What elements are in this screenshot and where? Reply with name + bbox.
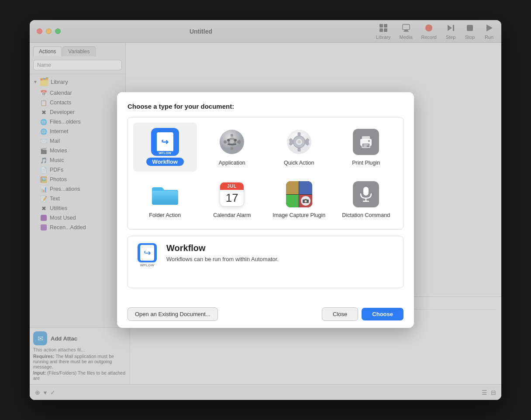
cal-month: JUL — [220, 182, 244, 190]
application-label: Application — [219, 159, 245, 166]
description-icon-area: ↪ WFLOW — [135, 243, 159, 271]
svg-point-23 — [227, 139, 230, 141]
type-grid: ↪ WFLOW Workflow — [128, 117, 403, 230]
svg-point-45 — [304, 200, 307, 203]
modal-overlay: Choose a type for your document: ↪ — [30, 20, 501, 400]
svg-rect-25 — [228, 144, 236, 145]
svg-rect-44 — [152, 191, 178, 205]
type-item-dictation-command[interactable]: Dictation Command — [334, 175, 398, 224]
type-item-quick-action[interactable]: Quick Action — [267, 123, 331, 172]
workflow-selected-badge: Workflow — [146, 158, 184, 166]
workflow-type-icon: ↪ WFLOW — [151, 128, 179, 156]
cal-day: 17 — [220, 190, 244, 206]
svg-rect-46 — [363, 187, 369, 196]
folder-action-label: Folder Action — [149, 212, 181, 219]
modal-dialog: Choose a type for your document: ↪ — [117, 92, 414, 328]
workflow-badge: WFLOW — [157, 151, 173, 155]
svg-rect-39 — [362, 136, 370, 140]
type-item-folder-action[interactable]: Folder Action — [133, 175, 197, 224]
svg-point-24 — [234, 139, 237, 141]
description-title: Workflow — [166, 243, 396, 253]
choose-button[interactable]: Choose — [362, 308, 403, 320]
description-area: ↪ WFLOW Workflow Workflows can be run fr… — [128, 236, 403, 288]
print-plugin-label: Print Plugin — [352, 159, 380, 166]
camera-overlay-icon — [301, 196, 310, 206]
svg-point-43 — [368, 140, 370, 142]
description-content: Workflow Workflows can be run from withi… — [166, 243, 396, 262]
type-item-image-capture[interactable]: Image Capture Plugin — [267, 175, 331, 224]
svg-rect-42 — [363, 146, 367, 147]
print-plugin-type-icon — [352, 128, 380, 156]
open-existing-button[interactable]: Open an Existing Document... — [128, 307, 218, 321]
quick-action-type-icon — [285, 128, 313, 156]
desc-badge: WFLOW — [140, 263, 155, 267]
modal-body: Choose a type for your document: ↪ — [117, 92, 414, 303]
application-type-icon — [218, 128, 246, 156]
image-capture-type-icon — [285, 180, 313, 208]
quick-action-label: Quick Action — [284, 159, 314, 166]
calendar-alarm-label: Calendar Alarm — [213, 212, 251, 219]
svg-rect-41 — [363, 145, 369, 145]
type-item-calendar-alarm[interactable]: JUL 17 Calendar Alarm — [200, 175, 264, 224]
svg-rect-16 — [231, 147, 233, 150]
mac-window: Untitled Library — [30, 20, 501, 400]
calendar-alarm-type-icon: JUL 17 — [218, 180, 246, 208]
type-item-print-plugin[interactable]: Print Plugin — [334, 123, 398, 172]
modal-title: Choose a type for your document: — [128, 103, 403, 110]
svg-point-14 — [230, 140, 234, 144]
svg-rect-40 — [362, 143, 370, 148]
description-text: Workflows can be run from within Automat… — [166, 256, 396, 262]
dictation-command-label: Dictation Command — [342, 212, 390, 219]
type-item-workflow[interactable]: ↪ WFLOW Workflow — [133, 123, 197, 172]
desc-workflow-icon: ↪ — [138, 243, 157, 262]
svg-rect-15 — [231, 134, 233, 137]
svg-point-37 — [297, 140, 301, 144]
svg-rect-30 — [297, 148, 300, 151]
folder-action-type-icon — [151, 180, 179, 208]
modal-footer: Open an Existing Document... Close Choos… — [117, 302, 414, 328]
type-item-application[interactable]: Application — [200, 123, 264, 172]
svg-rect-29 — [297, 132, 300, 136]
close-button[interactable]: Close — [322, 307, 358, 321]
image-capture-label: Image Capture Plugin — [272, 212, 325, 219]
dictation-command-type-icon — [352, 180, 380, 208]
